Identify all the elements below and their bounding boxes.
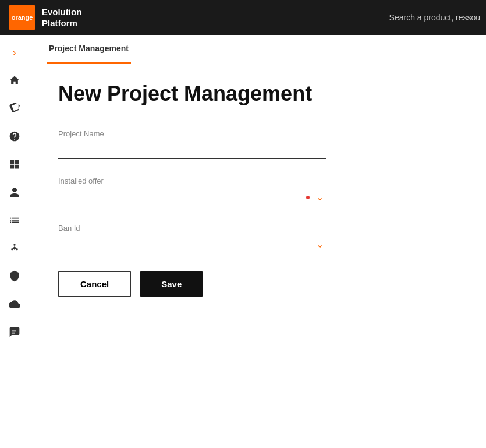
sidebar-item-network[interactable] [3,237,26,260]
sidebar-item-cloud[interactable] [3,292,26,316]
installed-offer-select[interactable] [58,192,326,202]
sidebar-item-home[interactable] [3,69,26,92]
installed-offer-wrapper[interactable]: ⌄ [58,189,326,206]
logo-text: orange [12,14,33,21]
sidebar-item-user[interactable] [3,181,26,204]
sidebar-item-chevron[interactable]: › [3,41,26,64]
project-name-group: Project Name [58,129,457,159]
sidebar-item-grid[interactable] [3,153,26,176]
sidebar-item-cards[interactable] [3,97,26,120]
ban-id-label: Ban Id [58,224,457,232]
sidebar: › [0,35,29,448]
dot-indicator [306,196,310,199]
main-layout: › [0,35,486,448]
button-row: Cancel Save [58,271,457,297]
installed-offer-group: Installed offer ⌄ [58,177,457,206]
navbar: orange Evolution Platform Search a produ… [0,0,486,35]
tab-bar: Project Management [29,35,486,64]
ban-id-select[interactable] [58,239,326,249]
project-name-label: Project Name [58,129,457,138]
save-button[interactable]: Save [140,271,203,297]
cancel-button[interactable]: Cancel [58,271,131,297]
sidebar-item-help[interactable] [3,125,26,148]
tab-project-management[interactable]: Project Management [47,35,131,64]
search-area[interactable]: Search a product, ressou [389,0,486,35]
page-title: New Project Management [58,82,457,106]
brand-title: Evolution Platform [42,6,81,29]
brand-line1: Evolution [42,7,81,17]
installed-offer-label: Installed offer [58,177,457,185]
brand-line2: Platform [42,18,77,28]
ban-id-wrapper[interactable]: ⌄ [58,236,326,253]
form-area: New Project Management Project Name Inst… [29,64,486,320]
project-name-input[interactable] [58,142,326,159]
sidebar-item-chat[interactable] [3,320,26,344]
main-content: Project Management New Project Managemen… [29,35,486,448]
sidebar-item-shield[interactable] [3,264,26,288]
ban-id-group: Ban Id ⌄ [58,224,457,253]
logo-box: orange [9,5,35,30]
sidebar-item-list[interactable] [3,209,26,232]
search-placeholder-text: Search a product, ressou [389,13,480,22]
